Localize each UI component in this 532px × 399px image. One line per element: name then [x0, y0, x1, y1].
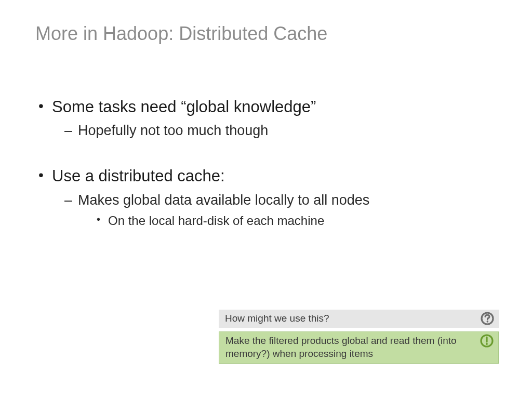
svg-point-1: [487, 321, 489, 323]
bullet-level2: Hopefully not too much though: [35, 122, 493, 140]
content-area: Some tasks need “global knowledge” Hopef…: [35, 97, 493, 232]
slide-title: More in Hadoop: Distributed Cache: [35, 23, 327, 45]
bullet-level1: Use a distributed cache:: [35, 166, 493, 187]
bullet-level1: Some tasks need “global knowledge”: [35, 97, 493, 117]
svg-point-4: [486, 343, 488, 345]
bullet-level3: On the local hard-disk of each machine: [35, 212, 493, 229]
bullet-level2: Makes global data available locally to a…: [35, 191, 493, 209]
question-callout: How might we use this?: [219, 310, 499, 328]
question-text: How might we use this?: [225, 312, 493, 325]
spacer: [35, 143, 493, 166]
exclamation-icon: [480, 334, 494, 348]
answer-text: Make the filtered products global and re…: [225, 335, 492, 360]
answer-callout: Make the filtered products global and re…: [219, 331, 499, 364]
question-mark-icon: [480, 311, 495, 326]
